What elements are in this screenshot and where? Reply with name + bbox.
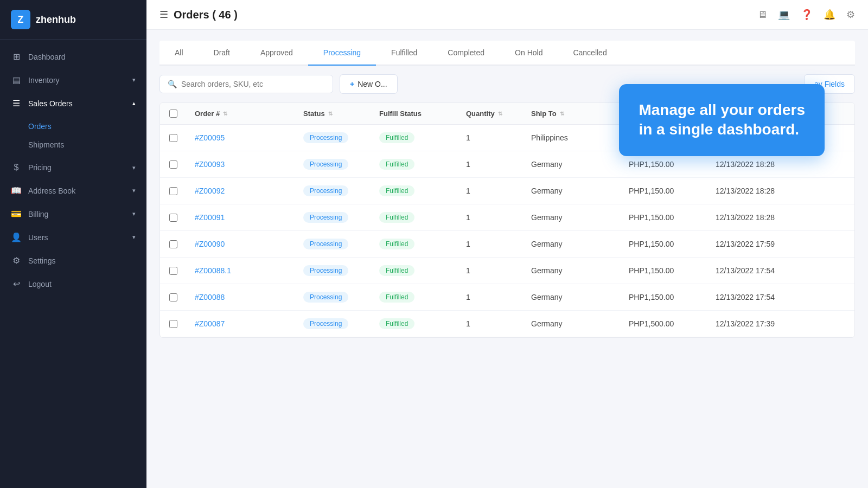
- select-all-checkbox[interactable]: [169, 110, 177, 118]
- tab-cancelled[interactable]: Cancelled: [558, 41, 622, 66]
- sidebar-item-logout[interactable]: ↩ Logout: [0, 272, 146, 296]
- new-order-label: New O...: [358, 80, 387, 88]
- th-order-num: Order # ⇅: [186, 103, 295, 124]
- row-order-num[interactable]: #Z00093: [186, 151, 295, 177]
- sidebar-item-shipments[interactable]: Shipments: [28, 136, 146, 154]
- row-checkbox-0[interactable]: [169, 134, 177, 142]
- sort-order-num-icon[interactable]: ⇅: [223, 111, 227, 117]
- gear-icon[interactable]: ⚙: [846, 9, 855, 21]
- settings-icon: ⚙: [11, 255, 22, 266]
- row-quantity: 1: [457, 178, 522, 204]
- monitor-icon[interactable]: 🖥: [757, 9, 767, 21]
- sidebar-item-address-book[interactable]: 📖 Address Book ▾: [0, 179, 146, 202]
- table-row: #Z00091 Processing Fulfilled 1 Germany P…: [160, 204, 854, 231]
- status-badge: Processing: [303, 292, 348, 303]
- sales-orders-icon: ☰: [11, 98, 22, 108]
- row-quantity: 1: [457, 311, 522, 337]
- row-order-num[interactable]: #Z00088: [186, 284, 295, 310]
- row-order-num[interactable]: #Z00095: [186, 125, 295, 151]
- row-order-num[interactable]: #Z00090: [186, 231, 295, 257]
- sidebar-item-sales-orders[interactable]: ☰ Sales Orders ▴: [0, 92, 146, 115]
- sort-status-icon[interactable]: ⇅: [328, 111, 333, 117]
- row-total-price: PHP1,150.00: [620, 204, 707, 230]
- sidebar-label-address-book: Address Book: [28, 187, 75, 195]
- row-fulfill-status: Fulfilled: [371, 231, 457, 257]
- table-row: #Z00088 Processing Fulfilled 1 Germany P…: [160, 284, 854, 311]
- fulfill-status-badge: Fulfilled: [379, 239, 414, 249]
- tab-completed[interactable]: Completed: [432, 41, 500, 66]
- sort-ship-to-icon[interactable]: ⇅: [560, 111, 564, 117]
- th-fulfill-status: Fulfill Status: [371, 103, 457, 124]
- sort-quantity-icon[interactable]: ⇅: [498, 111, 502, 117]
- fulfill-status-badge: Fulfilled: [379, 318, 414, 329]
- table-row: #Z00092 Processing Fulfilled 1 Germany P…: [160, 178, 854, 204]
- row-checkbox-4[interactable]: [169, 240, 177, 248]
- tooltip-popup: Manage all your ordersin a single dashbo…: [619, 84, 825, 156]
- sidebar-item-inventory[interactable]: ▤ Inventory ▾: [0, 68, 146, 92]
- topbar: ☰ Orders ( 46 ) 🖥 💻 ❓ 🔔 ⚙: [146, 0, 868, 30]
- row-fulfill-status: Fulfilled: [371, 125, 457, 151]
- row-status: Processing: [295, 231, 371, 257]
- sidebar-item-users[interactable]: 👤 Users ▾: [0, 226, 146, 249]
- row-order-num[interactable]: #Z00088.1: [186, 258, 295, 284]
- row-ship-to: Germany: [522, 178, 620, 204]
- fulfill-status-badge: Fulfilled: [379, 185, 414, 196]
- row-checkbox-cell: [160, 125, 186, 151]
- row-quantity: 1: [457, 151, 522, 177]
- row-ship-to: Germany: [522, 151, 620, 177]
- row-order-num[interactable]: #Z00092: [186, 178, 295, 204]
- sidebar-item-settings[interactable]: ⚙ Settings: [0, 249, 146, 272]
- sales-orders-subnav: Orders Shipments: [0, 115, 146, 156]
- row-quantity: 1: [457, 231, 522, 257]
- row-fulfill-status: Fulfilled: [371, 178, 457, 204]
- sidebar-item-billing[interactable]: 💳 Billing ▾: [0, 202, 146, 226]
- search-input[interactable]: [181, 80, 325, 88]
- dashboard-icon: ⊞: [11, 52, 22, 62]
- row-fulfill-status: Fulfilled: [371, 151, 457, 177]
- sidebar-item-orders[interactable]: Orders: [28, 117, 146, 136]
- th-checkbox: [160, 103, 186, 124]
- sidebar-item-pricing[interactable]: $ Pricing ▾: [0, 156, 146, 179]
- tab-fulfilled[interactable]: Fulfilled: [376, 41, 432, 66]
- row-checkbox-1[interactable]: [169, 160, 177, 169]
- row-status: Processing: [295, 204, 371, 230]
- tab-all[interactable]: All: [159, 41, 199, 66]
- sidebar: Z zhenhub ⊞ Dashboard ▤ Inventory ▾ ☰ Sa…: [0, 0, 146, 488]
- row-checkbox-5[interactable]: [169, 267, 177, 275]
- sidebar-item-dashboard[interactable]: ⊞ Dashboard: [0, 45, 146, 68]
- sidebar-label-inventory: Inventory: [28, 76, 60, 85]
- row-status: Processing: [295, 258, 371, 284]
- hamburger-icon: ☰: [159, 9, 168, 21]
- fulfill-status-badge: Fulfilled: [379, 132, 414, 143]
- row-checkbox-cell: [160, 178, 186, 204]
- main-content: ☰ Orders ( 46 ) 🖥 💻 ❓ 🔔 ⚙ All Draft Appr…: [146, 0, 868, 488]
- tooltip-popup-text: Manage all your ordersin a single dashbo…: [639, 100, 805, 140]
- row-status: Processing: [295, 125, 371, 151]
- row-checkbox-6[interactable]: [169, 293, 177, 301]
- tab-approved[interactable]: Approved: [245, 41, 308, 66]
- notification-icon[interactable]: 🔔: [824, 9, 835, 21]
- row-checkbox-7[interactable]: [169, 320, 177, 328]
- pricing-icon: $: [11, 163, 22, 172]
- th-status: Status ⇅: [295, 103, 371, 124]
- row-checkbox-2[interactable]: [169, 187, 177, 195]
- row-order-num[interactable]: #Z00087: [186, 311, 295, 337]
- sidebar-label-dashboard: Dashboard: [28, 53, 66, 61]
- row-quantity: 1: [457, 258, 522, 284]
- help-icon[interactable]: ❓: [801, 9, 813, 21]
- row-created: 12/13/2022 17:59: [707, 231, 794, 257]
- new-order-button[interactable]: + New O...: [340, 74, 398, 94]
- sidebar-logo: Z zhenhub: [0, 0, 146, 40]
- tab-processing[interactable]: Processing: [308, 41, 376, 66]
- search-box[interactable]: 🔍: [159, 75, 333, 93]
- status-badge: Processing: [303, 265, 348, 276]
- sidebar-label-users: Users: [28, 233, 48, 242]
- tab-draft[interactable]: Draft: [199, 41, 245, 66]
- laptop-icon[interactable]: 💻: [778, 9, 790, 21]
- row-quantity: 1: [457, 125, 522, 151]
- table-body: #Z00095 Processing Fulfilled 1 Philippin…: [160, 125, 854, 337]
- tab-on-hold[interactable]: On Hold: [500, 41, 558, 66]
- row-checkbox-3[interactable]: [169, 214, 177, 222]
- row-order-num[interactable]: #Z00091: [186, 204, 295, 230]
- content-area: All Draft Approved Processing Fulfilled …: [146, 30, 868, 488]
